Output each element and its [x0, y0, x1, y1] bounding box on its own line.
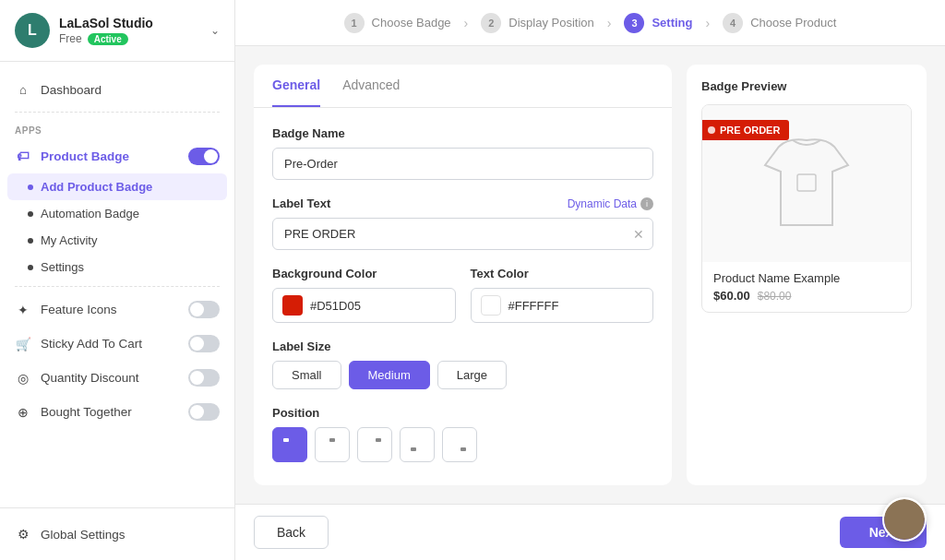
label-size-group: Label Size Small Medium Large [272, 340, 653, 389]
label-text-input[interactable] [272, 218, 653, 250]
sticky-add-to-cart-toggle[interactable] [188, 335, 220, 352]
price-current: $60.00 [713, 289, 750, 303]
sidebar-divider [15, 112, 220, 113]
chevron-down-icon[interactable]: ⌄ [210, 24, 220, 37]
bottom-bar: Back Next [235, 504, 945, 560]
back-button[interactable]: Back [254, 516, 329, 549]
star-icon: ✦ [15, 302, 31, 318]
preview-title: Badge Preview [701, 79, 787, 93]
automation-badge-label: Automation Badge [41, 207, 139, 220]
sidebar-item-feature-icons[interactable]: ✦ Feature Icons [0, 292, 234, 327]
content-area: General Advanced Badge Name Label Text D… [235, 46, 945, 504]
bought-together-toggle[interactable] [188, 403, 220, 421]
info-icon: i [640, 197, 653, 210]
sidebar-header: L LaLaSol Studio Free Active ⌄ [0, 0, 234, 62]
product-name: Product Name Example [713, 271, 900, 285]
wizard-step-4[interactable]: 4 Choose Product [713, 13, 845, 33]
sidebar-item-add-product-badge[interactable]: Add Product Badge [7, 173, 227, 200]
text-color-hex: #FFFFFF [508, 299, 559, 313]
step-arrow-3: › [702, 16, 714, 30]
wizard-step-1[interactable]: 1 Choose Badge [335, 13, 461, 33]
sidebar-divider-2 [15, 286, 220, 287]
text-color-label: Text Color [471, 267, 654, 280]
position-bottom-left-button[interactable] [400, 427, 435, 462]
sidebar-item-settings[interactable]: Settings [0, 254, 234, 280]
add-product-badge-label: Add Product Badge [41, 180, 152, 194]
position-bottom-right-button[interactable] [442, 427, 477, 462]
together-icon: ⊕ [15, 404, 31, 421]
wizard-step-2[interactable]: 2 Display Position [472, 13, 604, 33]
sidebar-item-sticky-add-to-cart[interactable]: 🛒 Sticky Add To Cart [0, 327, 234, 361]
step-3-label: Setting [652, 16, 692, 30]
position-top-left-button[interactable] [272, 427, 307, 462]
product-badge-toggle[interactable] [188, 148, 220, 165]
floating-user-avatar[interactable] [882, 497, 927, 542]
feature-icons-label: Feature Icons [41, 303, 117, 316]
position-top-right-button[interactable] [357, 427, 392, 462]
text-color-group: Text Color #FFFFFF [471, 267, 654, 323]
step-1-num: 1 [344, 13, 365, 33]
badge-name-label: Badge Name [272, 126, 653, 140]
feature-icons-toggle[interactable] [188, 301, 220, 318]
background-color-input[interactable]: #D51D05 [272, 288, 456, 323]
quantity-discount-label: Quantity Discount [41, 371, 139, 385]
user-avatar-image [884, 499, 925, 540]
label-text-header: Label Text Dynamic Data i [272, 197, 653, 210]
preview-panel: Badge Preview PRE ORDER Product Name Exa… [687, 65, 927, 485]
sidebar-item-bought-together[interactable]: ⊕ Bought Together [0, 395, 234, 429]
background-color-label: Background Color [272, 267, 456, 280]
background-color-group: Background Color #D51D05 [272, 267, 456, 323]
avatar: L [15, 13, 50, 48]
global-settings-label: Global Settings [41, 528, 126, 542]
size-medium-button[interactable]: Medium [349, 361, 430, 389]
sticky-add-to-cart-label: Sticky Add To Cart [41, 337, 142, 351]
apps-section-label: APPS [0, 118, 234, 139]
background-color-swatch[interactable] [282, 295, 303, 316]
badge-name-input[interactable] [272, 148, 653, 180]
text-color-swatch[interactable] [481, 295, 501, 316]
global-settings-section: ⚙ Global Settings [0, 507, 234, 560]
size-large-button[interactable]: Large [437, 361, 507, 389]
position-label: Position [272, 406, 653, 420]
settings-label: Settings [41, 260, 84, 274]
color-row: Background Color #D51D05 Text Color #FFF… [272, 267, 653, 323]
sidebar-item-quantity-discount[interactable]: ◎ Quantity Discount [0, 361, 234, 395]
product-price: $60.00 $80.00 [713, 289, 900, 303]
step-arrow-1: › [461, 16, 472, 30]
form-body: Badge Name Label Text Dynamic Data i [254, 108, 672, 485]
position-group: Position [272, 406, 653, 462]
step-arrow-2: › [604, 16, 616, 30]
label-size-label: Label Size [272, 340, 653, 353]
tab-general[interactable]: General [272, 65, 320, 107]
step-1-label: Choose Badge [372, 16, 451, 30]
size-small-button[interactable]: Small [272, 361, 341, 389]
dot-icon [28, 265, 33, 270]
text-color-input[interactable]: #FFFFFF [471, 288, 654, 323]
dynamic-data-link[interactable]: Dynamic Data i [568, 197, 653, 210]
position-top-center-button[interactable] [315, 427, 350, 462]
home-icon: ⌂ [15, 81, 31, 98]
sidebar-nav: ⌂ Dashboard APPS 🏷 Product Badge Add Pro… [0, 62, 234, 440]
sidebar-item-product-badge[interactable]: 🏷 Product Badge [0, 139, 234, 173]
tab-advanced[interactable]: Advanced [342, 65, 400, 107]
my-activity-label: My Activity [41, 233, 97, 247]
main-content: 1 Choose Badge › 2 Display Position › 3 … [235, 0, 945, 560]
form-tabs: General Advanced [254, 65, 672, 108]
dashboard-label: Dashboard [41, 83, 102, 97]
badge-text: PRE ORDER [720, 125, 780, 136]
svg-rect-0 [283, 438, 289, 442]
sidebar-item-dashboard[interactable]: ⌂ Dashboard [0, 73, 234, 106]
badge-pin [708, 126, 715, 134]
label-text-label: Label Text [272, 197, 330, 210]
sidebar-item-automation-badge[interactable]: Automation Badge [0, 200, 234, 227]
quantity-discount-toggle[interactable] [188, 369, 220, 387]
sidebar-item-global-settings[interactable]: ⚙ Global Settings [0, 518, 234, 551]
cart-icon: 🛒 [15, 336, 31, 352]
clear-icon[interactable]: ✕ [633, 227, 644, 242]
preview-product-box: PRE ORDER Product Name Example $60.00 $8… [701, 104, 912, 313]
dot-icon [28, 211, 33, 217]
sidebar-item-my-activity[interactable]: My Activity [0, 227, 234, 254]
wizard-step-3[interactable]: 3 Setting [615, 13, 701, 33]
product-badge-label: Product Badge [41, 149, 129, 163]
badge-name-group: Badge Name [272, 126, 653, 180]
